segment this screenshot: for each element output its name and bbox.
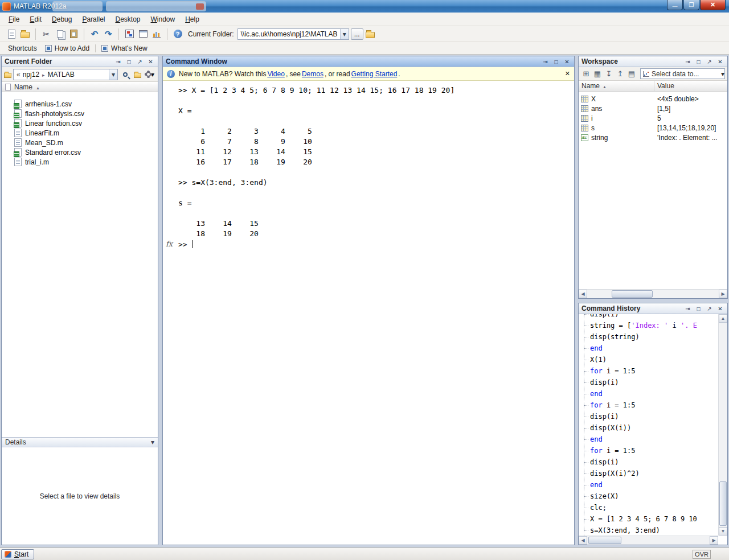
dock-icon[interactable] bbox=[683, 57, 692, 65]
dock-icon[interactable] bbox=[114, 57, 122, 65]
chevron-down-icon[interactable] bbox=[109, 69, 117, 80]
maximize-panel-icon[interactable] bbox=[552, 57, 560, 65]
scrollbar-thumb[interactable] bbox=[719, 481, 727, 526]
variable-row[interactable]: i 5 bbox=[579, 113, 727, 123]
history-entry[interactable]: for i = 1:5 bbox=[590, 400, 718, 411]
close-panel-icon[interactable] bbox=[716, 57, 724, 65]
menu-item[interactable]: Parallel bbox=[77, 13, 110, 26]
variable-row[interactable]: s [13,14,15;18,19,20] bbox=[579, 123, 727, 133]
workspace-header[interactable]: Name Value bbox=[579, 81, 727, 92]
menu-item[interactable]: Debug bbox=[47, 13, 77, 26]
current-folder-combobox[interactable]: \\ic.ac.uk\homes\npj12\MATLAB bbox=[237, 28, 349, 40]
maximize-button[interactable] bbox=[683, 0, 699, 10]
getting-started-link[interactable]: Getting Started bbox=[351, 70, 398, 78]
undock-icon[interactable] bbox=[705, 304, 714, 312]
horizontal-scrollbar[interactable] bbox=[579, 536, 718, 545]
history-entry[interactable]: s=X(3:end, 3:end) bbox=[590, 525, 718, 536]
scroll-right-icon[interactable] bbox=[719, 290, 727, 298]
up-one-level-button[interactable] bbox=[363, 27, 377, 41]
scrollbar-thumb[interactable] bbox=[588, 537, 621, 544]
history-entry[interactable]: disp(i) bbox=[590, 456, 718, 468]
workspace-titlebar[interactable]: Workspace bbox=[579, 56, 727, 67]
maximize-panel-icon[interactable] bbox=[694, 57, 703, 65]
video-link[interactable]: Video bbox=[267, 70, 284, 78]
dock-icon[interactable] bbox=[541, 57, 550, 65]
undock-icon[interactable] bbox=[136, 57, 144, 65]
select-data-dropdown[interactable]: Select data to... bbox=[640, 68, 725, 79]
maximize-panel-icon[interactable] bbox=[694, 304, 703, 312]
variable-row[interactable]: X <4x5 double> bbox=[579, 94, 727, 104]
close-panel-icon[interactable] bbox=[716, 304, 724, 312]
search-button[interactable] bbox=[120, 69, 130, 80]
variable-row[interactable]: ans [1,5] bbox=[579, 104, 727, 113]
file-row[interactable]: Mean_SD.m bbox=[2, 138, 158, 147]
profiler-button[interactable] bbox=[150, 27, 163, 41]
history-entry[interactable]: X = [1 2 3 4 5; 6 7 8 9 10 bbox=[590, 513, 718, 525]
history-entry[interactable]: end bbox=[590, 343, 718, 354]
save-workspace-icon[interactable] bbox=[615, 69, 625, 79]
close-button[interactable] bbox=[700, 0, 726, 10]
history-entry[interactable]: end bbox=[590, 479, 718, 491]
shortcut-whats-new[interactable]: What's New bbox=[99, 44, 150, 52]
value-column-header[interactable]: Value bbox=[654, 82, 674, 90]
new-folder-button[interactable] bbox=[132, 69, 143, 80]
menu-item[interactable]: Help bbox=[180, 13, 204, 26]
redo-button[interactable] bbox=[101, 27, 115, 41]
history-entry[interactable]: size(X) bbox=[590, 491, 718, 502]
file-row[interactable]: trial_i.m bbox=[2, 157, 158, 167]
close-panel-icon[interactable] bbox=[146, 57, 155, 65]
simulink-button[interactable] bbox=[122, 27, 136, 41]
new-variable-icon[interactable] bbox=[581, 69, 591, 79]
history-entry[interactable]: end bbox=[590, 388, 718, 400]
details-bar[interactable]: Details bbox=[2, 437, 158, 447]
maximize-panel-icon[interactable] bbox=[125, 57, 133, 65]
history-entry[interactable]: disp(i) bbox=[590, 411, 718, 422]
command-input-line[interactable]: >> bbox=[163, 239, 574, 249]
history-entry[interactable]: disp(i) bbox=[590, 314, 718, 320]
file-row[interactable]: arrhenius-1.csv bbox=[2, 99, 158, 109]
demos-link[interactable]: Demos bbox=[302, 70, 323, 78]
scroll-left-icon[interactable] bbox=[579, 290, 587, 298]
menu-item[interactable]: Desktop bbox=[110, 13, 145, 26]
history-entry[interactable]: end bbox=[590, 434, 718, 445]
chevron-down-icon[interactable] bbox=[340, 29, 349, 39]
history-entry[interactable]: X(1) bbox=[590, 354, 718, 365]
paste-button[interactable] bbox=[67, 27, 80, 41]
scroll-right-icon[interactable] bbox=[710, 536, 718, 545]
undo-button[interactable] bbox=[88, 27, 101, 41]
history-entry[interactable]: for i = 1:5 bbox=[590, 445, 718, 456]
command-output[interactable]: >> X = [1 2 3 4 5; 6 7 8 9 10; 11 12 13 … bbox=[163, 81, 574, 239]
history-entry[interactable]: for i = 1:5 bbox=[590, 365, 718, 377]
history-entry[interactable]: disp(X(i)) bbox=[590, 422, 718, 434]
vertical-scrollbar[interactable] bbox=[718, 314, 727, 536]
scroll-up-icon[interactable] bbox=[719, 314, 727, 323]
history-entry[interactable]: disp(string) bbox=[590, 331, 718, 343]
browse-folder-button[interactable]: ... bbox=[351, 28, 363, 40]
variable-row[interactable]: string 'Index: . Element: ... bbox=[579, 133, 727, 142]
menu-item[interactable]: Edit bbox=[24, 13, 47, 26]
breadcrumb-current[interactable]: MATLAB bbox=[48, 71, 75, 79]
copy-button[interactable] bbox=[53, 27, 67, 41]
file-row[interactable]: Standard error.csv bbox=[2, 147, 158, 157]
file-row[interactable]: flash-photolysis.csv bbox=[2, 109, 158, 118]
start-button[interactable]: Start bbox=[1, 549, 34, 559]
collapse-breadcrumb-icon[interactable] bbox=[17, 71, 23, 79]
scroll-down-icon[interactable] bbox=[719, 527, 727, 536]
name-column-header[interactable]: Name bbox=[579, 81, 654, 91]
menu-item[interactable]: Window bbox=[146, 13, 181, 26]
history-entry[interactable]: clc; bbox=[590, 502, 718, 513]
file-row[interactable]: LinearFit.m bbox=[2, 128, 158, 138]
scroll-left-icon[interactable] bbox=[579, 536, 587, 545]
open-file-button[interactable] bbox=[18, 27, 32, 41]
import-data-icon[interactable] bbox=[604, 69, 614, 79]
scrollbar-thumb[interactable] bbox=[612, 290, 653, 298]
chevron-down-icon[interactable] bbox=[151, 438, 154, 446]
folder-actions-button[interactable] bbox=[145, 69, 155, 80]
cut-button[interactable] bbox=[39, 27, 53, 41]
minimize-button[interactable] bbox=[667, 0, 683, 10]
delete-variable-icon[interactable] bbox=[626, 69, 637, 79]
history-entry[interactable]: disp(X(i)^2) bbox=[590, 468, 718, 479]
shortcut-how-to-add[interactable]: How to Add bbox=[43, 44, 92, 52]
breadcrumb-root[interactable]: npj12 bbox=[23, 71, 39, 79]
function-hints-icon[interactable] bbox=[166, 240, 173, 248]
